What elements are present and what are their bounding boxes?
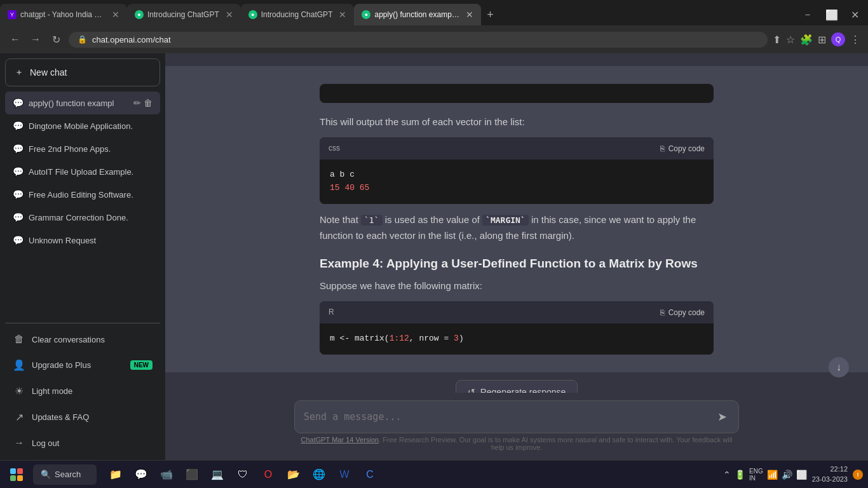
message-output-inner: This will output the sum of each vector … [294, 84, 739, 355]
footer-rest: . Free Research Preview. Our goal is to … [379, 436, 732, 451]
input-box: ➤ [294, 400, 739, 433]
scroll-down-button[interactable]: ↓ [829, 357, 849, 377]
example4-text: Suppose we have the following matrix: [320, 278, 714, 294]
url-box[interactable]: 🔒 chat.openai.com/chat [69, 32, 768, 48]
taskbar-explorer-icon[interactable]: 📂 [282, 463, 305, 486]
taskbar-notification-icon[interactable]: ⌃ [723, 470, 731, 480]
copy-icon: ⎘ [660, 144, 665, 153]
copy-icon-r: ⎘ [660, 308, 665, 317]
tab-apply-close[interactable]: ✕ [466, 10, 473, 20]
taskbar-dell-icon[interactable]: 💻 [206, 463, 229, 486]
log-out-button[interactable]: → Log out [5, 431, 160, 455]
chatgpt1-favicon: ● [135, 10, 144, 19]
footer-link[interactable]: ChatGPT Mar 14 Version [301, 436, 379, 444]
clear-conversations-label: Clear conversations [32, 335, 105, 344]
taskbar-battery-icon[interactable]: 🔋 [735, 470, 745, 480]
chat-item-grammar[interactable]: 💬 Grammar Correction Done. [5, 206, 160, 229]
minimize-button[interactable]: － [799, 7, 817, 23]
extensions-icon[interactable]: 🧩 [800, 34, 813, 46]
tab-yahoo-close[interactable]: ✕ [112, 10, 119, 20]
taskbar-volume-icon[interactable]: 🔊 [782, 470, 792, 480]
taskbar-apps: 📁 💬 📹 ⬛ 💻 🛡 O 📂 🌐 W C [104, 463, 381, 486]
chat-item-apply[interactable]: 💬 apply() function exampl ✏ 🗑 [5, 92, 160, 114]
chat-item-unknown[interactable]: 💬 Unknown Request [5, 229, 160, 252]
bookmark-icon[interactable]: ☆ [786, 34, 795, 46]
code-lang-css: css [329, 142, 340, 154]
chat-item-dingtone[interactable]: 💬 Dingtone Mobile Application. [5, 114, 160, 137]
taskbar-clock[interactable]: 22:12 23-03-2023 [812, 464, 848, 484]
chat-item-autoit[interactable]: 💬 AutoIT File Upload Example. [5, 160, 160, 183]
tab-chatgpt2-close[interactable]: ✕ [339, 10, 346, 20]
sidebar-divider [5, 323, 160, 323]
taskbar-eng-label[interactable]: ENGIN [749, 468, 763, 482]
updates-faq-button[interactable]: ↗ Updates & FAQ [5, 405, 160, 430]
reload-button[interactable]: ↻ [48, 32, 64, 47]
upgrade-to-plus-button[interactable]: 👤 Upgrade to Plus NEW [5, 353, 160, 377]
start-button[interactable] [5, 463, 28, 486]
taskbar-chrome-icon[interactable]: C [358, 463, 381, 486]
regenerate-area: ↺ Regenerate response [165, 372, 868, 393]
tab-chatgpt1-close[interactable]: ✕ [226, 10, 233, 20]
chat-icon-audio: 💬 [13, 189, 24, 200]
maximize-button[interactable]: ⬜ [822, 8, 842, 22]
tab-chatgpt1[interactable]: ● Introducing ChatGPT ✕ [127, 4, 241, 25]
sidebar-bottom: 🗑 Clear conversations 👤 Upgrade to Plus … [5, 327, 160, 455]
delete-icon[interactable]: 🗑 [144, 98, 153, 108]
chat-item-apply-actions: ✏ 🗑 [133, 98, 153, 108]
taskbar-malware-icon[interactable]: 🛡 [231, 463, 254, 486]
trash-icon: 🗑 [13, 334, 25, 345]
message-input[interactable] [304, 411, 715, 423]
new-badge: NEW [130, 360, 153, 370]
taskbar-right: ⌃ 🔋 ENGIN 📶 🔊 ⬜ 22:12 23-03-2023 ! [723, 464, 863, 484]
copy-code-r-button[interactable]: ⎘ Copy code [660, 308, 705, 317]
code-body-r: m <- matrix(1:12, nrow = 3) [320, 323, 714, 355]
r-code-line: m <- matrix(1:12, nrow = 3) [330, 332, 703, 346]
chat-item-phone-label: Free 2nd Phone Apps. [29, 144, 153, 154]
apply-favicon: ● [362, 10, 370, 19]
profile-icon[interactable]: Q [831, 32, 845, 46]
taskbar-search-label: Search [55, 470, 81, 479]
menu-icon[interactable]: ⋮ [850, 34, 860, 46]
back-button[interactable]: ← [8, 32, 23, 47]
plus-icon: ＋ [15, 67, 24, 78]
regenerate-button[interactable]: ↺ Regenerate response [456, 380, 578, 393]
tab-chatgpt2-label: Introducing ChatGPT [261, 10, 333, 19]
close-button[interactable]: ✕ [847, 8, 863, 22]
chat-item-phone[interactable]: 💬 Free 2nd Phone Apps. [5, 137, 160, 160]
taskbar-wifi-icon[interactable]: 📶 [767, 470, 778, 480]
code-line-1: a b c [330, 168, 703, 182]
input-area: ➤ ChatGPT Mar 14 Version. Free Research … [165, 393, 868, 460]
taskbar-search-icon: 🔍 [41, 470, 51, 479]
clear-conversations-button[interactable]: 🗑 Clear conversations [5, 327, 160, 351]
taskbar-meet-icon[interactable]: 📹 [155, 463, 178, 486]
chat-item-unknown-label: Unknown Request [29, 236, 153, 245]
tab-yahoo-label: chatgpt - Yahoo India Search Res [20, 10, 105, 19]
send-button[interactable]: ➤ [715, 407, 729, 426]
taskbar-files-icon[interactable]: 📁 [104, 463, 127, 486]
taskbar-battery2-icon[interactable]: ⬜ [796, 470, 807, 480]
light-mode-button[interactable]: ☀ Light mode [5, 379, 160, 403]
chat-messages[interactable]: This will output the sum of each vector … [165, 53, 868, 393]
note-paragraph: Note that `1` is used as the value of `M… [320, 212, 714, 244]
edit-icon[interactable]: ✏ [133, 98, 141, 108]
new-tab-button[interactable]: + [481, 6, 499, 24]
taskbar-opera-icon[interactable]: O [257, 463, 280, 486]
share-icon[interactable]: ⬆ [773, 34, 781, 46]
code-header-r: R ⎘ Copy code [320, 301, 714, 323]
taskbar-apps2-icon[interactable]: ⬛ [180, 463, 203, 486]
taskbar-word-icon[interactable]: W [333, 463, 356, 486]
sidebar-toggle-icon[interactable]: ⊞ [818, 34, 826, 46]
taskbar-edge-icon[interactable]: 🌐 [308, 463, 330, 486]
tab-chatgpt2[interactable]: ● Introducing ChatGPT ✕ [241, 4, 355, 25]
tab-apply[interactable]: ● apply() function examples ✕ [354, 4, 481, 25]
copy-code-css-button[interactable]: ⎘ Copy code [660, 144, 705, 153]
new-chat-button[interactable]: ＋ New chat [5, 58, 160, 86]
chat-item-audio[interactable]: 💬 Free Audio Editing Software. [5, 183, 160, 206]
taskbar-search-bar[interactable]: 🔍 Search [33, 464, 97, 485]
chat-item-audio-label: Free Audio Editing Software. [29, 190, 153, 200]
tab-yahoo[interactable]: Y chatgpt - Yahoo India Search Res ✕ [0, 4, 127, 25]
logout-icon: → [13, 437, 25, 449]
forward-button[interactable]: → [28, 32, 43, 47]
taskbar-teams-icon[interactable]: 💬 [130, 463, 153, 486]
taskbar-system-icons: ⌃ 🔋 ENGIN 📶 🔊 ⬜ [723, 468, 807, 482]
